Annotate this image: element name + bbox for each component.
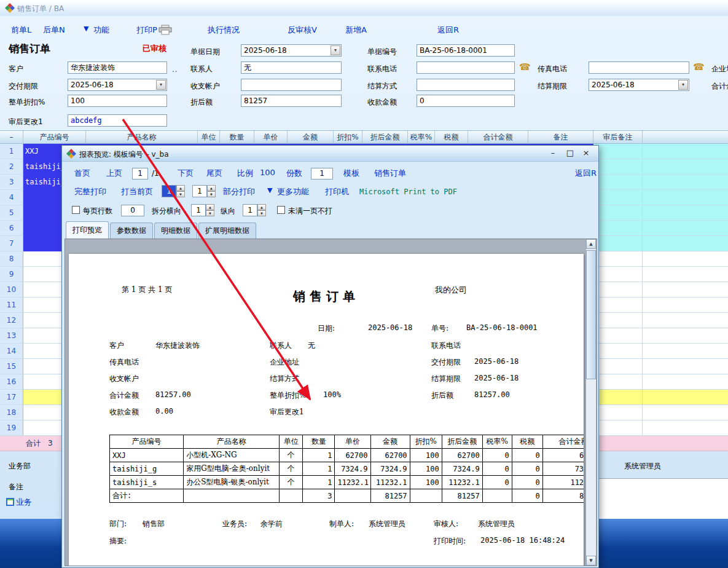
post-audit-note-cell[interactable]	[593, 328, 643, 344]
column-header[interactable]: 折后金额	[362, 131, 408, 144]
fax-field[interactable]	[589, 61, 689, 74]
split-vertical-spinner[interactable]: 1▲▼	[243, 204, 266, 216]
spin-down-icon[interactable]: ▼	[257, 210, 266, 216]
contact-field[interactable]: 无	[241, 61, 342, 74]
post-audit-note-cell[interactable]	[593, 159, 643, 175]
spin-up-icon[interactable]: ▲	[257, 204, 266, 210]
row-tail-cell[interactable]	[643, 313, 728, 328]
copies-input[interactable]: 1	[311, 168, 333, 179]
rows-per-page-input[interactable]: 0	[121, 205, 144, 216]
tab-business[interactable]: 业务	[16, 497, 32, 508]
post-audit-note-cell[interactable]	[593, 420, 643, 436]
column-header[interactable]: 折扣%	[334, 131, 362, 144]
toolbar-exec-status[interactable]: 执行情况	[208, 25, 240, 36]
post-audit-note-cell[interactable]	[593, 374, 643, 390]
toolbar-functions[interactable]: 功能	[93, 25, 109, 36]
scale-label[interactable]: 比例	[237, 168, 253, 179]
column-header[interactable]: 数量	[220, 131, 254, 144]
settle-term-dropdown-icon[interactable]: ▾	[678, 80, 688, 90]
column-header[interactable]: 备注	[528, 131, 593, 144]
toolbar-unaudit[interactable]: 反审核V	[288, 25, 317, 36]
more-functions-button[interactable]: 更多功能	[277, 186, 309, 197]
post-audit-note-cell[interactable]	[593, 298, 643, 313]
doc-date-field[interactable]: 2025-06-18 ▾	[241, 44, 342, 57]
customer-field[interactable]: 华东捷波装饰	[68, 61, 167, 74]
account-field[interactable]	[241, 79, 342, 91]
phone-icon[interactable]: ☎	[519, 61, 531, 73]
post-audit-note-cell[interactable]	[593, 236, 643, 251]
minimize-button[interactable]: –	[546, 148, 560, 159]
column-header[interactable]: 单价	[254, 131, 288, 144]
close-button[interactable]: ×	[579, 148, 593, 159]
tab-extended-detail[interactable]: 扩展明细数据	[198, 223, 256, 239]
row-tail-cell[interactable]	[643, 159, 728, 175]
print-current-button[interactable]: 打当前页	[121, 186, 153, 197]
post-audit-note-cell[interactable]	[593, 313, 643, 328]
scroll-up-icon[interactable]: ▲	[586, 239, 596, 249]
row-tail-cell[interactable]	[643, 374, 728, 390]
deliver-dropdown-icon[interactable]: ▾	[156, 80, 166, 90]
spin-up-icon[interactable]: ▲	[207, 185, 216, 191]
split-v-value[interactable]: 1	[243, 204, 257, 216]
print-partial-button[interactable]: 部分打印	[223, 186, 255, 197]
no-partial-page-checkbox[interactable]	[277, 206, 285, 214]
row-tail-cell[interactable]	[643, 205, 728, 221]
after-discount-field[interactable]: 81257	[241, 95, 342, 107]
copies-label[interactable]: 份数	[286, 168, 302, 179]
row-tail-cell[interactable]	[643, 190, 728, 205]
toolbar-back[interactable]: 返回R	[437, 25, 459, 36]
row-tail-cell[interactable]	[643, 344, 728, 359]
row-tail-cell[interactable]	[643, 298, 728, 313]
spin-up-icon[interactable]: ▲	[176, 185, 185, 191]
scroll-down-icon[interactable]: ▼	[586, 556, 596, 566]
doc-date-dropdown-icon[interactable]: ▾	[331, 45, 340, 55]
toolbar-next-doc[interactable]: 后单N	[43, 25, 65, 36]
dialog-back-button[interactable]: 返回R	[575, 168, 597, 179]
nav-prev-page[interactable]: 上页	[106, 168, 122, 179]
post-audit-note-cell[interactable]	[593, 390, 643, 405]
row-tail-cell[interactable]	[643, 175, 728, 190]
row-tail-cell[interactable]	[643, 221, 728, 236]
column-header[interactable]: 产品编号	[23, 131, 86, 144]
split-horizontal-spinner[interactable]: 1▲▼	[191, 204, 214, 216]
post-audit-note-cell[interactable]	[593, 359, 643, 374]
received-field[interactable]: 0	[417, 95, 515, 107]
row-tail-cell[interactable]	[643, 236, 728, 251]
post-audit-note-cell[interactable]	[593, 405, 643, 420]
column-header[interactable]: 金额	[288, 131, 334, 144]
print-full-button[interactable]: 完整打印	[74, 186, 106, 197]
preview-scrollbar[interactable]: ▲ ▼	[586, 239, 596, 566]
print-from-value[interactable]: 1	[162, 185, 176, 197]
spin-down-icon[interactable]: ▼	[207, 191, 216, 197]
column-header[interactable]: 合计金额	[468, 131, 528, 144]
toolbar-prev-doc[interactable]: 前单L	[11, 25, 31, 36]
row-tail-cell[interactable]	[643, 420, 728, 436]
row-tail-cell[interactable]	[643, 282, 728, 298]
toolbar-print[interactable]: 打印P	[136, 25, 157, 36]
row-tail-cell[interactable]	[643, 267, 728, 282]
nav-last-page[interactable]: 尾页	[206, 168, 222, 179]
post-audit-field[interactable]: abcdefg	[68, 114, 167, 127]
column-header[interactable]: 税率%	[408, 131, 435, 144]
row-tail-cell[interactable]	[643, 251, 728, 267]
scale-value[interactable]: 100	[260, 168, 275, 177]
tab-print-preview[interactable]: 打印预览	[66, 221, 109, 239]
nav-first-page[interactable]: 首页	[74, 168, 90, 179]
spin-up-icon[interactable]: ▲	[206, 204, 214, 210]
printer-name[interactable]: Microsoft Print to PDF	[359, 187, 457, 196]
settle-method-field[interactable]	[417, 79, 515, 91]
spin-down-icon[interactable]: ▼	[176, 191, 185, 197]
column-header[interactable]: 税额	[435, 131, 468, 144]
row-tail-cell[interactable]	[643, 328, 728, 344]
post-audit-note-cell[interactable]	[593, 175, 643, 190]
tab-parameters[interactable]: 参数数据	[110, 223, 153, 239]
deliver-date-field[interactable]: 2025-06-18 ▾	[68, 79, 167, 91]
tab-detail-data[interactable]: 明细数据	[154, 223, 197, 239]
template-button[interactable]: 模板	[343, 168, 359, 179]
nav-next-page[interactable]: 下页	[178, 168, 194, 179]
print-to-spinner[interactable]: 1▲▼	[192, 185, 216, 197]
row-tail-cell[interactable]	[643, 390, 728, 405]
discount-field[interactable]: 100	[68, 95, 167, 107]
row-tail-cell[interactable]	[643, 405, 728, 420]
customer-browse-button[interactable]: ..	[172, 65, 178, 74]
